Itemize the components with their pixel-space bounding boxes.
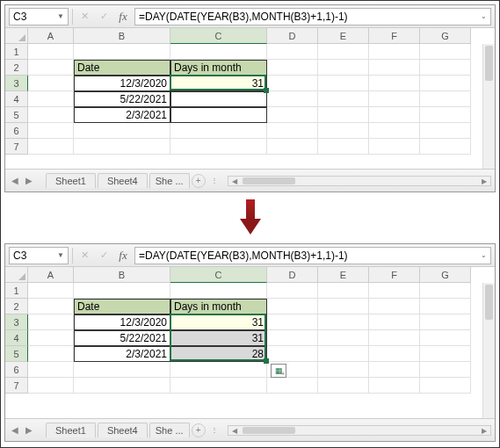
add-sheet-icon[interactable]: + xyxy=(192,423,206,437)
tab-sheet1[interactable]: Sheet1 xyxy=(46,423,96,437)
cell-F3[interactable] xyxy=(369,314,420,330)
cell-A6[interactable] xyxy=(28,123,74,139)
cell-B4[interactable]: 5/22/2021 xyxy=(74,330,170,346)
vertical-scrollbar[interactable] xyxy=(482,283,495,418)
cell-A5[interactable] xyxy=(28,107,74,123)
cell-G2[interactable] xyxy=(420,299,471,314)
column-header-g[interactable]: G xyxy=(420,267,471,283)
cancel-icon[interactable]: ✕ xyxy=(76,248,92,264)
cancel-icon[interactable]: ✕ xyxy=(76,9,92,25)
cell-D7[interactable] xyxy=(267,139,318,155)
cell-A2[interactable] xyxy=(28,299,74,314)
cell-F7[interactable] xyxy=(369,378,420,394)
cell-F4[interactable] xyxy=(369,91,420,107)
cell-E2[interactable] xyxy=(318,60,369,76)
horizontal-scrollbar[interactable]: ◀▶ xyxy=(228,425,491,436)
cell-E7[interactable] xyxy=(318,139,369,155)
select-all-corner[interactable] xyxy=(5,267,28,283)
cell-E6[interactable] xyxy=(318,123,369,139)
cell-A4[interactable] xyxy=(28,91,74,107)
vertical-scrollbar[interactable] xyxy=(482,44,495,169)
column-header-a[interactable]: A xyxy=(28,28,74,44)
row-header-3[interactable]: 3 xyxy=(5,76,28,91)
column-header-e[interactable]: E xyxy=(318,28,369,44)
cell-F6[interactable] xyxy=(369,123,420,139)
fill-handle[interactable] xyxy=(264,358,269,364)
row-header-1[interactable]: 1 xyxy=(5,44,28,60)
confirm-icon[interactable]: ✓ xyxy=(96,9,112,25)
cell-E3[interactable] xyxy=(318,76,369,91)
column-header-b[interactable]: B xyxy=(74,28,170,44)
cell-C7[interactable] xyxy=(170,139,267,155)
cell-G4[interactable] xyxy=(420,330,471,346)
cell-G3[interactable] xyxy=(420,314,471,330)
cell-B3[interactable]: 12/3/2020 xyxy=(74,314,170,330)
name-box[interactable]: C3 ▼ xyxy=(9,247,69,264)
grid-bottom[interactable]: ABCDEFG 12DateDays in month312/3/2020314… xyxy=(5,267,495,418)
cell-C6[interactable] xyxy=(170,123,267,139)
fill-handle[interactable] xyxy=(264,88,269,93)
cell-F3[interactable] xyxy=(369,76,420,91)
cell-F4[interactable] xyxy=(369,330,420,346)
tab-sheet1[interactable]: Sheet1 xyxy=(46,173,96,188)
cell-F1[interactable] xyxy=(369,44,420,60)
column-header-e[interactable]: E xyxy=(318,267,369,283)
cell-B5[interactable]: 2/3/2021 xyxy=(74,346,170,362)
row-header-1[interactable]: 1 xyxy=(5,283,28,299)
tab-more[interactable]: She ... xyxy=(149,423,190,437)
column-header-d[interactable]: D xyxy=(267,28,318,44)
cell-F6[interactable] xyxy=(369,362,420,378)
cell-F1[interactable] xyxy=(369,283,420,299)
cell-F2[interactable] xyxy=(369,60,420,76)
row-header-5[interactable]: 5 xyxy=(5,346,28,362)
cell-C3[interactable]: 31 xyxy=(170,314,267,330)
tab-prev-icon[interactable]: ◀ xyxy=(9,175,21,187)
cell-A3[interactable] xyxy=(28,314,74,330)
cell-B6[interactable] xyxy=(74,123,170,139)
cell-D4[interactable] xyxy=(267,91,318,107)
expand-formula-icon[interactable]: ⌄ xyxy=(481,251,487,259)
cell-G7[interactable] xyxy=(420,378,471,394)
cell-A2[interactable] xyxy=(28,60,74,76)
cell-F5[interactable] xyxy=(369,346,420,362)
cell-F5[interactable] xyxy=(369,107,420,123)
cell-G6[interactable] xyxy=(420,123,471,139)
cell-E7[interactable] xyxy=(318,378,369,394)
cell-E1[interactable] xyxy=(318,283,369,299)
cell-E4[interactable] xyxy=(318,330,369,346)
cell-C4[interactable] xyxy=(170,91,267,107)
fx-icon[interactable]: fx xyxy=(115,10,131,24)
cell-A6[interactable] xyxy=(28,362,74,378)
row-header-6[interactable]: 6 xyxy=(5,123,28,139)
expand-formula-icon[interactable]: ⌄ xyxy=(481,12,487,20)
row-header-2[interactable]: 2 xyxy=(5,60,28,76)
cell-G1[interactable] xyxy=(420,283,471,299)
cell-E1[interactable] xyxy=(318,44,369,60)
column-header-b[interactable]: B xyxy=(74,267,170,283)
name-box[interactable]: C3 ▼ xyxy=(9,8,69,25)
column-header-d[interactable]: D xyxy=(267,267,318,283)
cell-G5[interactable] xyxy=(420,346,471,362)
horizontal-scrollbar[interactable]: ◀▶ xyxy=(228,176,491,186)
cell-G4[interactable] xyxy=(420,91,471,107)
cell-B1[interactable] xyxy=(74,44,170,60)
cell-D1[interactable] xyxy=(267,44,318,60)
cell-A7[interactable] xyxy=(28,139,74,155)
cell-E2[interactable] xyxy=(318,299,369,314)
cell-G1[interactable] xyxy=(420,44,471,60)
cell-F2[interactable] xyxy=(369,299,420,314)
cell-D3[interactable] xyxy=(267,314,318,330)
cell-G6[interactable] xyxy=(420,362,471,378)
add-sheet-icon[interactable]: + xyxy=(192,174,206,188)
column-header-f[interactable]: F xyxy=(369,267,420,283)
cell-B1[interactable] xyxy=(74,283,170,299)
cell-E5[interactable] xyxy=(318,346,369,362)
cell-D3[interactable] xyxy=(267,76,318,91)
cell-A3[interactable] xyxy=(28,76,74,91)
cell-E3[interactable] xyxy=(318,314,369,330)
cell-D7[interactable] xyxy=(267,378,318,394)
select-all-corner[interactable] xyxy=(5,28,28,44)
row-header-2[interactable]: 2 xyxy=(5,299,28,314)
autofill-options-icon[interactable]: ▦+ xyxy=(271,364,286,378)
column-header-f[interactable]: F xyxy=(369,28,420,44)
